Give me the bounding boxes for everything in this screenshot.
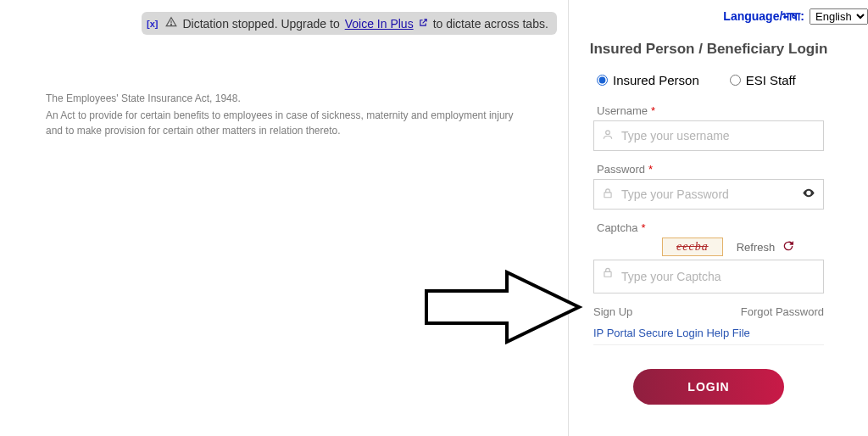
password-label: Password* [597, 163, 836, 176]
language-selector-row: Language/भाषा: English [723, 8, 868, 25]
banner-close[interactable]: [x] [147, 19, 158, 29]
captcha-input[interactable] [593, 260, 824, 293]
radio-esi-staff-input[interactable] [730, 75, 741, 86]
radio-insured-person[interactable]: Insured Person [597, 73, 699, 87]
pointer-arrow [422, 266, 583, 349]
username-input-wrap [593, 120, 824, 151]
svg-point-1 [171, 24, 172, 25]
vertical-divider [568, 0, 569, 436]
act-body: An Act to provide for certain benefits t… [46, 108, 520, 138]
signup-link[interactable]: Sign Up [593, 305, 632, 318]
login-panel: Insured Person / Beneficiary Login Insur… [581, 41, 836, 405]
help-file-link[interactable]: IP Portal Secure Login Help File [593, 327, 824, 339]
language-select[interactable]: English [810, 8, 868, 25]
refresh-icon[interactable] [782, 239, 795, 255]
banner-text-before: Dictation stopped. Upgrade to [182, 17, 339, 31]
warning-icon [165, 16, 177, 31]
eye-icon[interactable] [802, 187, 815, 203]
voice-in-plus-link[interactable]: Voice In Plus [345, 17, 414, 31]
divider [593, 344, 824, 345]
forgot-password-link[interactable]: Forgot Password [741, 305, 824, 318]
external-link-icon [419, 18, 428, 30]
refresh-label: Refresh [737, 241, 776, 254]
captcha-input-wrap [593, 260, 824, 293]
captcha-image: eecba [662, 238, 723, 256]
act-description: The Employees' State Insurance Act, 1948… [46, 91, 520, 138]
language-label: Language/भाषा: [723, 9, 804, 24]
captcha-row: eecba Refresh [662, 238, 824, 256]
password-input-wrap [593, 179, 824, 210]
svg-point-4 [808, 192, 810, 194]
username-label: Username* [597, 104, 836, 117]
aux-links-row: Sign Up Forgot Password [593, 305, 824, 318]
password-input[interactable] [593, 179, 824, 210]
radio-esi-staff[interactable]: ESI Staff [730, 73, 796, 87]
dictation-banner: [x] Dictation stopped. Upgrade to Voice … [142, 12, 557, 35]
radio-insured-person-input[interactable] [597, 75, 608, 86]
captcha-label: Captcha* [597, 221, 836, 234]
username-input[interactable] [593, 120, 824, 151]
banner-text-after: to dictate across tabs. [433, 17, 548, 31]
act-title: The Employees' State Insurance Act, 1948… [46, 91, 520, 106]
login-title: Insured Person / Beneficiary Login [581, 41, 836, 58]
login-type-radio-group: Insured Person ESI Staff [581, 73, 836, 87]
login-button[interactable]: LOGIN [633, 369, 784, 405]
